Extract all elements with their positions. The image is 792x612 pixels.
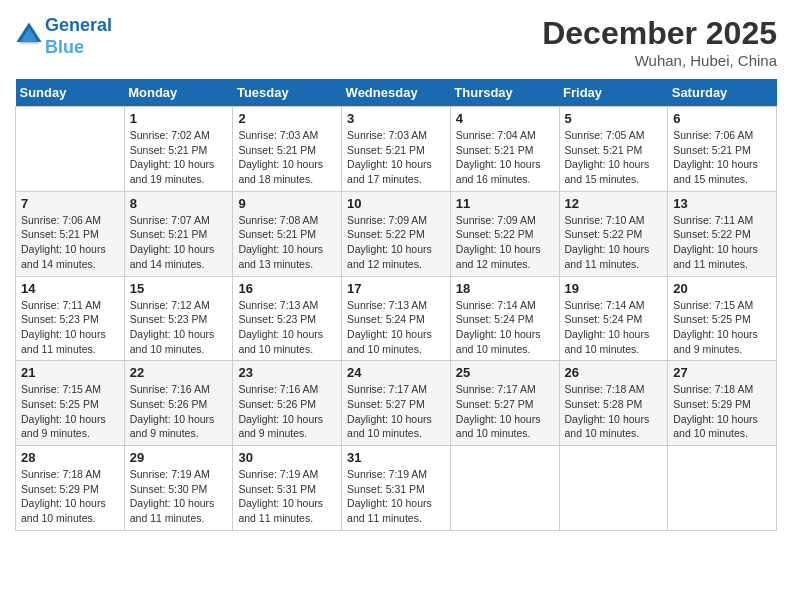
calendar-cell: 10Sunrise: 7:09 AMSunset: 5:22 PMDayligh… — [342, 191, 451, 276]
day-number: 16 — [238, 281, 336, 296]
day-info: Sunrise: 7:15 AMSunset: 5:25 PMDaylight:… — [21, 382, 119, 441]
calendar-cell: 17Sunrise: 7:13 AMSunset: 5:24 PMDayligh… — [342, 276, 451, 361]
day-info: Sunrise: 7:03 AMSunset: 5:21 PMDaylight:… — [238, 128, 336, 187]
calendar-cell: 27Sunrise: 7:18 AMSunset: 5:29 PMDayligh… — [668, 361, 777, 446]
day-number: 21 — [21, 365, 119, 380]
logo-line2: Blue — [45, 37, 84, 57]
day-number: 30 — [238, 450, 336, 465]
day-number: 28 — [21, 450, 119, 465]
calendar-cell: 19Sunrise: 7:14 AMSunset: 5:24 PMDayligh… — [559, 276, 668, 361]
calendar-table: SundayMondayTuesdayWednesdayThursdayFrid… — [15, 79, 777, 531]
day-number: 24 — [347, 365, 445, 380]
day-number: 5 — [565, 111, 663, 126]
calendar-cell — [559, 446, 668, 531]
day-info: Sunrise: 7:19 AMSunset: 5:30 PMDaylight:… — [130, 467, 228, 526]
day-number: 26 — [565, 365, 663, 380]
logo-line1: General — [45, 15, 112, 35]
day-info: Sunrise: 7:08 AMSunset: 5:21 PMDaylight:… — [238, 213, 336, 272]
day-number: 11 — [456, 196, 554, 211]
day-info: Sunrise: 7:18 AMSunset: 5:29 PMDaylight:… — [21, 467, 119, 526]
day-info: Sunrise: 7:15 AMSunset: 5:25 PMDaylight:… — [673, 298, 771, 357]
calendar-cell: 14Sunrise: 7:11 AMSunset: 5:23 PMDayligh… — [16, 276, 125, 361]
calendar-cell: 5Sunrise: 7:05 AMSunset: 5:21 PMDaylight… — [559, 107, 668, 192]
calendar-week-row: 14Sunrise: 7:11 AMSunset: 5:23 PMDayligh… — [16, 276, 777, 361]
weekday-header: Wednesday — [342, 79, 451, 107]
day-number: 3 — [347, 111, 445, 126]
day-number: 19 — [565, 281, 663, 296]
calendar-cell: 4Sunrise: 7:04 AMSunset: 5:21 PMDaylight… — [450, 107, 559, 192]
weekday-header: Tuesday — [233, 79, 342, 107]
weekday-header: Saturday — [668, 79, 777, 107]
calendar-cell: 11Sunrise: 7:09 AMSunset: 5:22 PMDayligh… — [450, 191, 559, 276]
calendar-cell: 9Sunrise: 7:08 AMSunset: 5:21 PMDaylight… — [233, 191, 342, 276]
calendar-week-row: 7Sunrise: 7:06 AMSunset: 5:21 PMDaylight… — [16, 191, 777, 276]
location: Wuhan, Hubei, China — [542, 52, 777, 69]
calendar-cell: 1Sunrise: 7:02 AMSunset: 5:21 PMDaylight… — [124, 107, 233, 192]
calendar-cell: 16Sunrise: 7:13 AMSunset: 5:23 PMDayligh… — [233, 276, 342, 361]
day-info: Sunrise: 7:12 AMSunset: 5:23 PMDaylight:… — [130, 298, 228, 357]
logo: General Blue — [15, 15, 112, 58]
day-number: 13 — [673, 196, 771, 211]
day-info: Sunrise: 7:07 AMSunset: 5:21 PMDaylight:… — [130, 213, 228, 272]
calendar-cell: 30Sunrise: 7:19 AMSunset: 5:31 PMDayligh… — [233, 446, 342, 531]
calendar-cell: 6Sunrise: 7:06 AMSunset: 5:21 PMDaylight… — [668, 107, 777, 192]
day-info: Sunrise: 7:06 AMSunset: 5:21 PMDaylight:… — [673, 128, 771, 187]
day-info: Sunrise: 7:17 AMSunset: 5:27 PMDaylight:… — [456, 382, 554, 441]
day-number: 29 — [130, 450, 228, 465]
day-number: 22 — [130, 365, 228, 380]
day-info: Sunrise: 7:19 AMSunset: 5:31 PMDaylight:… — [347, 467, 445, 526]
day-number: 17 — [347, 281, 445, 296]
calendar-cell: 20Sunrise: 7:15 AMSunset: 5:25 PMDayligh… — [668, 276, 777, 361]
day-number: 23 — [238, 365, 336, 380]
day-info: Sunrise: 7:03 AMSunset: 5:21 PMDaylight:… — [347, 128, 445, 187]
day-number: 7 — [21, 196, 119, 211]
calendar-cell: 18Sunrise: 7:14 AMSunset: 5:24 PMDayligh… — [450, 276, 559, 361]
calendar-cell: 29Sunrise: 7:19 AMSunset: 5:30 PMDayligh… — [124, 446, 233, 531]
weekday-header-row: SundayMondayTuesdayWednesdayThursdayFrid… — [16, 79, 777, 107]
day-info: Sunrise: 7:16 AMSunset: 5:26 PMDaylight:… — [130, 382, 228, 441]
calendar-cell — [450, 446, 559, 531]
day-info: Sunrise: 7:13 AMSunset: 5:23 PMDaylight:… — [238, 298, 336, 357]
calendar-cell — [16, 107, 125, 192]
day-number: 20 — [673, 281, 771, 296]
calendar-cell: 8Sunrise: 7:07 AMSunset: 5:21 PMDaylight… — [124, 191, 233, 276]
calendar-week-row: 21Sunrise: 7:15 AMSunset: 5:25 PMDayligh… — [16, 361, 777, 446]
day-info: Sunrise: 7:19 AMSunset: 5:31 PMDaylight:… — [238, 467, 336, 526]
calendar-cell: 28Sunrise: 7:18 AMSunset: 5:29 PMDayligh… — [16, 446, 125, 531]
weekday-header: Monday — [124, 79, 233, 107]
day-info: Sunrise: 7:09 AMSunset: 5:22 PMDaylight:… — [456, 213, 554, 272]
day-info: Sunrise: 7:16 AMSunset: 5:26 PMDaylight:… — [238, 382, 336, 441]
calendar-cell: 23Sunrise: 7:16 AMSunset: 5:26 PMDayligh… — [233, 361, 342, 446]
day-info: Sunrise: 7:06 AMSunset: 5:21 PMDaylight:… — [21, 213, 119, 272]
day-number: 6 — [673, 111, 771, 126]
day-info: Sunrise: 7:09 AMSunset: 5:22 PMDaylight:… — [347, 213, 445, 272]
calendar-cell: 7Sunrise: 7:06 AMSunset: 5:21 PMDaylight… — [16, 191, 125, 276]
day-number: 27 — [673, 365, 771, 380]
calendar-cell: 12Sunrise: 7:10 AMSunset: 5:22 PMDayligh… — [559, 191, 668, 276]
day-number: 12 — [565, 196, 663, 211]
calendar-cell: 3Sunrise: 7:03 AMSunset: 5:21 PMDaylight… — [342, 107, 451, 192]
day-number: 15 — [130, 281, 228, 296]
day-number: 2 — [238, 111, 336, 126]
calendar-cell: 25Sunrise: 7:17 AMSunset: 5:27 PMDayligh… — [450, 361, 559, 446]
day-info: Sunrise: 7:11 AMSunset: 5:23 PMDaylight:… — [21, 298, 119, 357]
weekday-header: Friday — [559, 79, 668, 107]
calendar-week-row: 28Sunrise: 7:18 AMSunset: 5:29 PMDayligh… — [16, 446, 777, 531]
day-number: 31 — [347, 450, 445, 465]
day-info: Sunrise: 7:11 AMSunset: 5:22 PMDaylight:… — [673, 213, 771, 272]
day-info: Sunrise: 7:02 AMSunset: 5:21 PMDaylight:… — [130, 128, 228, 187]
page-header: General Blue December 2025 Wuhan, Hubei,… — [15, 15, 777, 69]
day-number: 4 — [456, 111, 554, 126]
day-info: Sunrise: 7:10 AMSunset: 5:22 PMDaylight:… — [565, 213, 663, 272]
calendar-week-row: 1Sunrise: 7:02 AMSunset: 5:21 PMDaylight… — [16, 107, 777, 192]
calendar-cell: 21Sunrise: 7:15 AMSunset: 5:25 PMDayligh… — [16, 361, 125, 446]
calendar-cell: 15Sunrise: 7:12 AMSunset: 5:23 PMDayligh… — [124, 276, 233, 361]
day-number: 8 — [130, 196, 228, 211]
weekday-header: Thursday — [450, 79, 559, 107]
month-title: December 2025 — [542, 15, 777, 52]
calendar-cell: 2Sunrise: 7:03 AMSunset: 5:21 PMDaylight… — [233, 107, 342, 192]
title-block: December 2025 Wuhan, Hubei, China — [542, 15, 777, 69]
weekday-header: Sunday — [16, 79, 125, 107]
day-number: 1 — [130, 111, 228, 126]
day-info: Sunrise: 7:13 AMSunset: 5:24 PMDaylight:… — [347, 298, 445, 357]
